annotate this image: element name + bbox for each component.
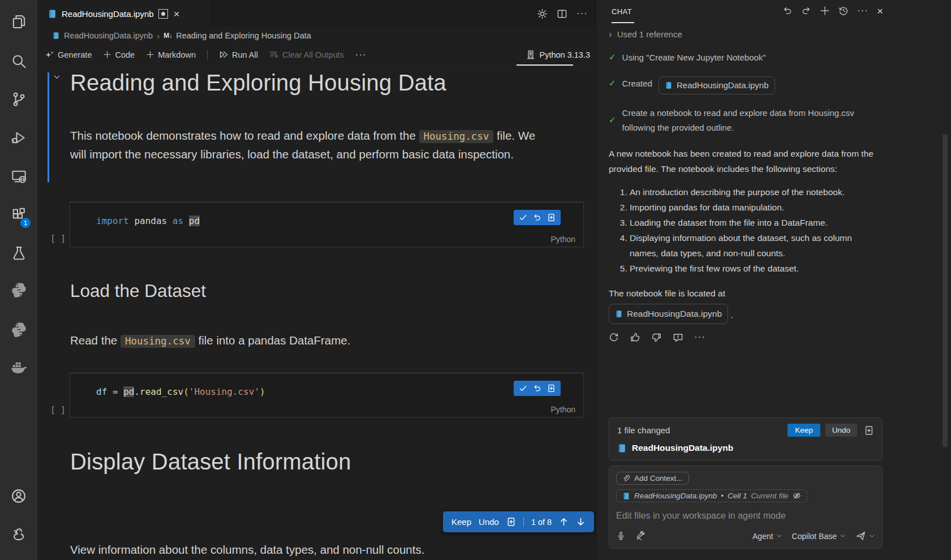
microphone-icon[interactable] [616, 531, 626, 541]
breadcrumb[interactable]: ReadHousingData.ipynb › M↓ Reading and E… [37, 27, 596, 44]
thumbs-down-icon[interactable] [651, 332, 662, 343]
chat-messages: › Used 1 reference ✓ Using "Create New J… [609, 27, 883, 343]
assistant-paragraph: A new notebook has been created to read … [609, 146, 883, 176]
discard-undo-icon[interactable] [533, 384, 541, 393]
inline-code: Housing.csv [419, 130, 494, 143]
toolbar-more-icon[interactable]: ··· [355, 49, 367, 61]
accept-check-icon[interactable] [519, 384, 527, 393]
tab-title: ReadHousingData.ipynb [62, 9, 154, 19]
cell-language-label[interactable]: Python [550, 405, 575, 414]
redo-icon[interactable] [801, 6, 811, 16]
tab-readhousingdata[interactable]: ReadHousingData.ipynb × [37, 0, 210, 27]
chat-bottom: 1 file changed Keep Undo ReadHousingData… [609, 417, 883, 549]
explorer-icon[interactable] [0, 7, 37, 36]
editor-more-icon[interactable]: ··· [576, 8, 588, 19]
undo-icon[interactable] [782, 6, 793, 16]
list-item: An introduction describing the purpose o… [630, 184, 883, 200]
extensions-icon[interactable]: 1 [0, 200, 37, 229]
view-diff-icon[interactable] [864, 425, 874, 436]
cell-language-label[interactable]: Python [550, 235, 575, 244]
testing-icon[interactable] [0, 238, 37, 268]
vscode-window: 1 ReadHousingData.ipynb × [0, 0, 951, 560]
markdown-heading-1: Reading and Exploring Housing Data [70, 70, 446, 96]
changed-file-row[interactable]: ReadHousingData.ipynb [617, 443, 874, 453]
add-context-button[interactable]: Add Context... [616, 472, 689, 485]
send-button[interactable] [855, 531, 875, 541]
open-diff-icon[interactable] [547, 213, 556, 222]
eye-closed-icon[interactable] [793, 492, 801, 500]
generate-button[interactable]: Generate [45, 50, 92, 59]
modified-indicator-icon[interactable] [158, 9, 168, 19]
context-file-chip[interactable]: ReadHousingData.ipynb • Cell 1 Current f… [616, 489, 807, 502]
run-debug-icon[interactable] [0, 123, 37, 152]
breadcrumb-file[interactable]: ReadHousingData.ipynb [64, 31, 153, 40]
python-icon[interactable] [0, 315, 37, 344]
chat-close-icon[interactable]: × [877, 6, 883, 16]
next-change-arrow-down-icon[interactable] [576, 517, 586, 527]
code-cell-2[interactable]: df = pd.read_csv('Housing.csv') Python [70, 373, 584, 417]
report-issue-icon[interactable] [673, 332, 683, 343]
chat-composer: Add Context... ReadHousingData.ipynb • C… [609, 466, 883, 549]
tab-close-icon[interactable]: × [174, 8, 180, 19]
chat-step-task: ✓ Create a notebook to read and explore … [609, 106, 883, 135]
notebook-icon [48, 9, 57, 19]
remote-explorer-icon[interactable] [0, 161, 37, 191]
source-control-icon[interactable] [0, 84, 37, 114]
response-more-icon[interactable]: ··· [694, 331, 705, 343]
previous-change-arrow-up-icon[interactable] [559, 517, 569, 527]
run-all-button[interactable]: Run All [219, 50, 258, 59]
list-item: Importing pandas for data manipulation. [630, 200, 883, 215]
diff-review-widget[interactable] [514, 210, 561, 225]
code-line[interactable]: df = pd.read_csv('Housing.csv') [70, 373, 583, 397]
step-text: Created [622, 76, 652, 91]
divider [523, 517, 524, 527]
split-editor-icon[interactable] [557, 8, 567, 19]
changed-file-name: ReadHousingData.ipynb [632, 443, 733, 453]
settings-gear-icon[interactable] [537, 8, 548, 19]
kernel-picker[interactable]: Python 3.13.3 [526, 44, 591, 66]
file-reference-pill[interactable]: ReadHousingData.ipynb [609, 304, 728, 324]
account-icon[interactable] [0, 481, 37, 511]
breadcrumb-section[interactable]: Reading and Exploring Housing Data [176, 31, 311, 40]
docker-icon[interactable] [0, 352, 37, 382]
code-line[interactable]: import pandas as pd [70, 203, 583, 226]
code-cell-1[interactable]: import pandas as pd Python [70, 202, 584, 247]
chat-tab-underline [612, 22, 634, 23]
cell-collapse-icon[interactable] [53, 73, 61, 81]
tools-icon[interactable] [635, 531, 646, 541]
keep-button[interactable]: Keep [451, 517, 471, 527]
model-picker[interactable]: Copilot Base [792, 532, 846, 541]
file-reference-pill[interactable]: ReadHousingData.ipynb [659, 76, 775, 94]
search-icon[interactable] [0, 46, 37, 76]
thumbs-up-icon[interactable] [630, 332, 640, 343]
notebook-sections-list: An introduction describing the purpose o… [609, 184, 883, 276]
new-chat-plus-icon[interactable] [820, 6, 830, 16]
clear-all-outputs-button[interactable]: Clear All Outputs [269, 50, 344, 59]
python-environments-icon[interactable] [0, 520, 37, 549]
open-diff-icon[interactable] [547, 384, 556, 393]
execution-count: [ ] [50, 234, 66, 244]
chat-tab[interactable]: CHAT [612, 7, 632, 16]
chat-scrollbar[interactable] [943, 135, 948, 447]
discard-undo-icon[interactable] [533, 213, 541, 222]
undo-button[interactable]: Undo [479, 517, 499, 527]
used-references-toggle[interactable]: › Used 1 reference [609, 29, 883, 39]
notebook-icon [615, 310, 623, 318]
regenerate-icon[interactable] [609, 332, 619, 342]
chevron-down-icon [776, 533, 782, 539]
current-file-tag: Current file [751, 492, 789, 500]
mode-picker[interactable]: Agent [752, 532, 782, 541]
add-markdown-cell-button[interactable]: Markdown [146, 50, 196, 59]
python-icon[interactable] [0, 275, 37, 304]
chat-input[interactable]: Edit files in your workspace in agent mo… [616, 511, 875, 521]
undo-button[interactable]: Undo [825, 424, 857, 437]
keep-button[interactable]: Keep [788, 424, 820, 437]
add-code-cell-button[interactable]: Code [103, 50, 135, 59]
files-changed-label: 1 file changed [617, 425, 788, 435]
chat-more-icon[interactable]: ··· [857, 5, 868, 16]
open-diff-icon[interactable] [506, 517, 516, 527]
accept-check-icon[interactable] [519, 213, 527, 222]
history-icon[interactable] [838, 6, 849, 16]
files-icon [11, 14, 27, 29]
diff-review-widget[interactable] [514, 381, 561, 396]
